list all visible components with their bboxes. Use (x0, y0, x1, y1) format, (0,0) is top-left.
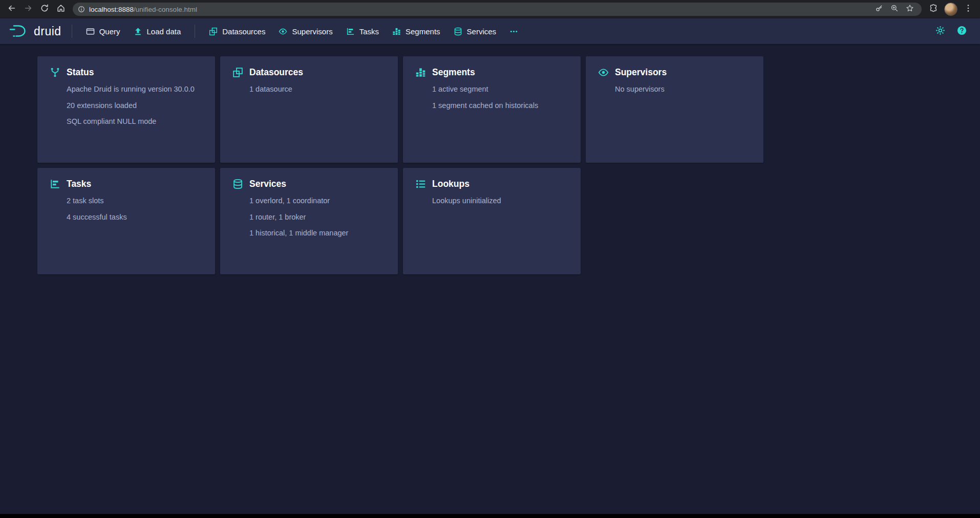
card-title: Segments (432, 67, 475, 78)
datasources-icon (209, 27, 218, 36)
info-icon[interactable] (78, 6, 85, 13)
card-line: 1 active segment (432, 84, 568, 95)
zoom-icon (890, 4, 899, 14)
navbar-item-label: Load data (147, 27, 181, 36)
card-line: Lookups uninitialized (432, 196, 568, 206)
navbar-item-load-data[interactable]: Load data (127, 18, 188, 44)
segments-icon (392, 27, 401, 36)
card-line: 4 successful tasks (67, 212, 203, 223)
navbar-right (932, 23, 972, 39)
home-button[interactable] (53, 2, 69, 17)
help-button[interactable] (953, 23, 970, 39)
navbar-item-supervisors[interactable]: Supervisors (272, 18, 339, 44)
navbar-item-label: Tasks (359, 27, 379, 36)
reload-icon (40, 4, 49, 15)
bookmark-star-button[interactable] (903, 3, 917, 16)
card-title: Supervisors (615, 67, 667, 78)
divider (72, 25, 72, 38)
segments-icon (415, 67, 426, 78)
card-line: 1 overlord, 1 coordinator (249, 196, 386, 206)
card-line: 1 segment cached on historicals (432, 101, 568, 111)
card-title: Services (249, 179, 286, 189)
browser-menu-button[interactable] (961, 2, 976, 17)
url-host: localhost:8888 (89, 6, 134, 13)
druid-logo-icon (8, 24, 30, 39)
card-datasources[interactable]: Datasources 1 datasource (220, 56, 398, 163)
card-title: Datasources (249, 67, 303, 78)
forward-icon (24, 4, 33, 15)
druid-navbar: druid Query Load data Datasources Superv… (0, 18, 980, 44)
help-icon (957, 26, 967, 37)
password-key-button[interactable] (872, 3, 886, 16)
navbar-item-label: Datasources (222, 27, 265, 36)
card-segments[interactable]: Segments 1 active segment 1 segment cach… (403, 56, 581, 163)
druid-brand[interactable]: druid (8, 24, 61, 39)
reload-button[interactable] (37, 2, 52, 17)
tasks-icon (50, 179, 60, 189)
card-title: Lookups (432, 179, 470, 189)
back-icon (7, 4, 16, 15)
status-fork-icon (50, 67, 60, 78)
datasources-icon (232, 67, 243, 78)
key-icon (875, 4, 883, 14)
extensions-button[interactable] (926, 2, 941, 17)
forward-button[interactable] (20, 2, 36, 17)
services-icon (454, 27, 462, 36)
card-line: 1 router, 1 broker (249, 212, 386, 223)
divider (195, 25, 195, 38)
navbar-item-segments[interactable]: Segments (386, 18, 447, 44)
card-title: Tasks (67, 179, 91, 189)
url-text: localhost:8888/unified-console.html (89, 6, 868, 13)
navbar-item-services[interactable]: Services (447, 18, 503, 44)
card-line: Apache Druid is running version 30.0.0 (67, 84, 203, 95)
lookups-icon (415, 179, 426, 189)
gear-icon (935, 26, 945, 37)
browser-window: localhost:8888/unified-console.html drui… (0, 0, 980, 518)
card-line: 1 historical, 1 middle manager (249, 228, 386, 239)
menu-dots-icon (964, 4, 973, 15)
card-lookups[interactable]: Lookups Lookups uninitialized (403, 168, 581, 274)
status-card-grid: Status Apache Druid is running version 3… (37, 56, 775, 274)
card-status[interactable]: Status Apache Druid is running version 3… (37, 56, 215, 163)
card-line: SQL compliant NULL mode (67, 117, 203, 127)
card-supervisors[interactable]: Supervisors No supervisors (586, 56, 763, 163)
window-bottom-edge (0, 514, 980, 518)
home-view: Status Apache Druid is running version 3… (0, 44, 980, 514)
query-icon (86, 27, 95, 36)
card-tasks[interactable]: Tasks 2 task slots 4 successful tasks (37, 168, 215, 274)
card-line: 2 task slots (67, 196, 203, 206)
card-services[interactable]: Services 1 overlord, 1 coordinator 1 rou… (220, 168, 398, 274)
home-icon (56, 4, 66, 15)
card-title: Status (67, 67, 94, 78)
card-line: 20 extensions loaded (67, 101, 203, 111)
zoom-button[interactable] (888, 3, 901, 16)
navbar-item-query[interactable]: Query (79, 18, 127, 44)
navbar-item-more[interactable] (503, 18, 525, 44)
navbar-item-label: Services (467, 27, 497, 36)
navbar-item-label: Query (99, 27, 120, 36)
url-bar[interactable]: localhost:8888/unified-console.html (73, 3, 922, 16)
services-icon (232, 179, 243, 189)
tasks-icon (346, 27, 355, 36)
navbar-item-datasources[interactable]: Datasources (202, 18, 272, 44)
avatar[interactable] (944, 3, 957, 16)
supervisors-icon (279, 27, 287, 36)
brand-wordmark: druid (34, 25, 61, 38)
url-path: /unified-console.html (134, 6, 197, 13)
back-button[interactable] (4, 2, 19, 17)
more-icon (509, 27, 518, 36)
browser-toolbar: localhost:8888/unified-console.html (0, 0, 980, 18)
card-line: 1 datasource (249, 84, 386, 95)
navbar-item-tasks[interactable]: Tasks (339, 18, 386, 44)
navbar-item-label: Supervisors (292, 27, 332, 36)
card-line: No supervisors (615, 84, 751, 95)
navbar-item-label: Segments (406, 27, 440, 36)
urlbar-actions (872, 3, 917, 16)
settings-button[interactable] (932, 23, 948, 39)
extensions-icon (929, 4, 938, 15)
supervisors-icon (598, 67, 609, 78)
star-icon (906, 4, 914, 14)
load-data-icon (134, 27, 142, 36)
